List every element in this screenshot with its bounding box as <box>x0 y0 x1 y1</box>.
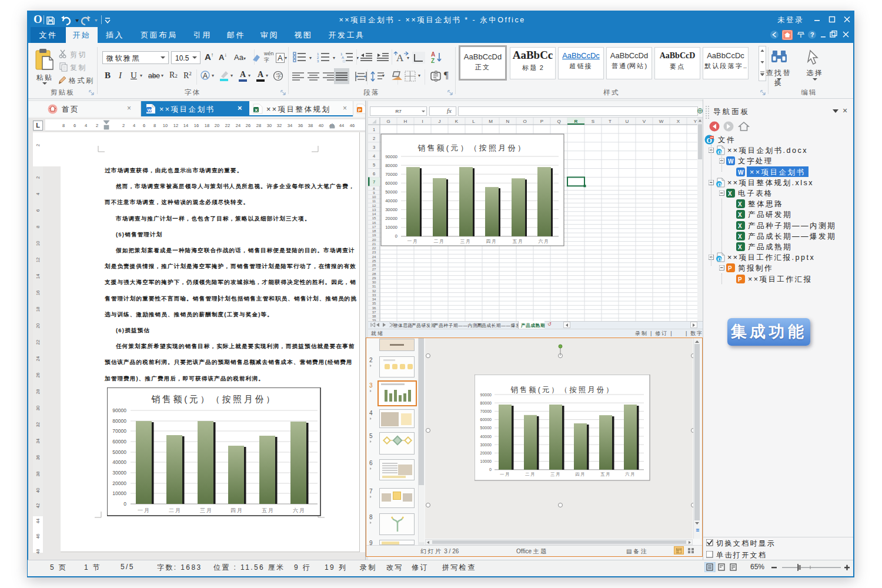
svg-text:20000: 20000 <box>112 480 126 486</box>
svg-text:90000: 90000 <box>385 154 397 159</box>
svg-text:□: □ <box>343 59 345 62</box>
svg-text:30: 30 <box>35 406 41 410</box>
svg-text:P: P <box>540 119 543 124</box>
svg-text:4: 4 <box>373 153 375 159</box>
svg-text:16: 16 <box>194 123 199 128</box>
svg-text:34: 34 <box>35 439 41 443</box>
svg-text:22: 22 <box>372 246 376 250</box>
svg-text:6: 6 <box>35 209 41 212</box>
svg-text:一月: 一月 <box>138 507 151 513</box>
svg-text:17: 17 <box>372 225 376 229</box>
svg-text:R: R <box>574 119 578 124</box>
svg-text:X: X <box>728 191 732 197</box>
svg-text:36: 36 <box>35 455 41 460</box>
svg-text:20000: 20000 <box>385 216 397 221</box>
svg-text:46: 46 <box>35 534 41 539</box>
svg-text:L: L <box>472 119 475 124</box>
svg-text:三月: 三月 <box>460 239 472 244</box>
svg-text:29: 29 <box>372 276 376 280</box>
svg-text:S: S <box>592 119 594 124</box>
svg-text:X: X <box>738 201 742 208</box>
svg-text:2: 2 <box>35 144 41 146</box>
svg-text:4: 4 <box>85 123 87 128</box>
svg-text:24: 24 <box>372 255 376 259</box>
svg-text:19: 19 <box>372 233 376 237</box>
svg-text:6: 6 <box>373 171 375 176</box>
svg-text:T: T <box>609 119 612 124</box>
svg-text:0: 0 <box>123 501 126 507</box>
svg-text:21: 21 <box>372 242 376 246</box>
svg-text:五月: 五月 <box>513 239 524 244</box>
svg-text:26: 26 <box>372 263 376 267</box>
svg-text:23: 23 <box>372 250 376 254</box>
svg-text:二月: 二月 <box>434 239 445 244</box>
svg-text:34: 34 <box>288 123 292 128</box>
svg-text:X: X <box>738 222 742 229</box>
svg-text:O: O <box>717 256 721 262</box>
svg-text:X: X <box>255 108 258 113</box>
svg-text:销售额(元）（按照月份）: 销售额(元）（按照月份） <box>417 143 527 152</box>
svg-text:15: 15 <box>372 216 376 220</box>
svg-text:42: 42 <box>35 503 41 508</box>
svg-text:U: U <box>626 119 629 124</box>
svg-text:26: 26 <box>35 373 41 377</box>
svg-text:2: 2 <box>122 123 125 128</box>
svg-text:12: 12 <box>35 258 41 262</box>
svg-text:12: 12 <box>173 123 178 128</box>
svg-text:20: 20 <box>372 238 376 242</box>
svg-text:46: 46 <box>350 123 355 128</box>
svg-text:22: 22 <box>35 340 41 345</box>
svg-text:X: X <box>738 233 742 239</box>
svg-text:2: 2 <box>35 176 41 179</box>
svg-text:2: 2 <box>96 123 98 128</box>
svg-text:P: P <box>738 276 742 282</box>
svg-text:六月: 六月 <box>539 239 550 244</box>
svg-text:16: 16 <box>372 221 376 225</box>
svg-text:10: 10 <box>163 123 168 128</box>
svg-text:10000: 10000 <box>112 490 126 496</box>
svg-text:18: 18 <box>372 229 376 233</box>
svg-text:1: 1 <box>373 127 375 132</box>
svg-text:10: 10 <box>35 241 41 246</box>
svg-text:44: 44 <box>35 519 41 523</box>
svg-text:32: 32 <box>277 123 282 128</box>
svg-text:8: 8 <box>62 123 65 128</box>
svg-text:38: 38 <box>372 315 376 318</box>
svg-text:五月: 五月 <box>262 507 275 513</box>
svg-text:34: 34 <box>372 298 376 301</box>
svg-text:N: N <box>506 119 510 124</box>
svg-text:W: W <box>728 158 734 165</box>
svg-text:35: 35 <box>372 302 376 305</box>
svg-text:K: K <box>455 119 459 124</box>
svg-text:O: O <box>717 181 721 187</box>
svg-text:30: 30 <box>267 123 272 128</box>
svg-text:10: 10 <box>372 195 376 199</box>
svg-text:3: 3 <box>317 59 319 62</box>
svg-text:O: O <box>717 149 721 155</box>
svg-text:30000: 30000 <box>385 207 397 212</box>
svg-text:13: 13 <box>372 208 376 212</box>
svg-text:5: 5 <box>373 162 375 168</box>
svg-text:A: A <box>396 52 404 64</box>
svg-text:36: 36 <box>298 123 303 128</box>
svg-text:6: 6 <box>74 123 76 128</box>
svg-text:30: 30 <box>372 280 376 284</box>
svg-text:M: M <box>489 119 493 124</box>
svg-text:38: 38 <box>35 472 41 476</box>
svg-text:X: X <box>738 244 742 250</box>
svg-text:?: ? <box>810 31 814 38</box>
svg-text:12: 12 <box>372 204 376 208</box>
svg-text:25: 25 <box>372 259 376 263</box>
svg-text:40: 40 <box>35 488 41 493</box>
svg-text:Z: Z <box>431 58 435 64</box>
svg-text:7: 7 <box>373 179 375 185</box>
svg-text:四月: 四月 <box>486 239 497 244</box>
svg-text:W: W <box>148 108 152 113</box>
svg-text:50000: 50000 <box>385 189 397 195</box>
svg-text:O: O <box>34 13 42 25</box>
svg-text:销售额(元）（按照月份）: 销售额(元）（按照月份） <box>151 394 276 404</box>
svg-text:6: 6 <box>143 123 145 128</box>
svg-text:16: 16 <box>35 290 41 295</box>
svg-text:六月: 六月 <box>293 507 306 513</box>
svg-text:X: X <box>738 212 742 218</box>
